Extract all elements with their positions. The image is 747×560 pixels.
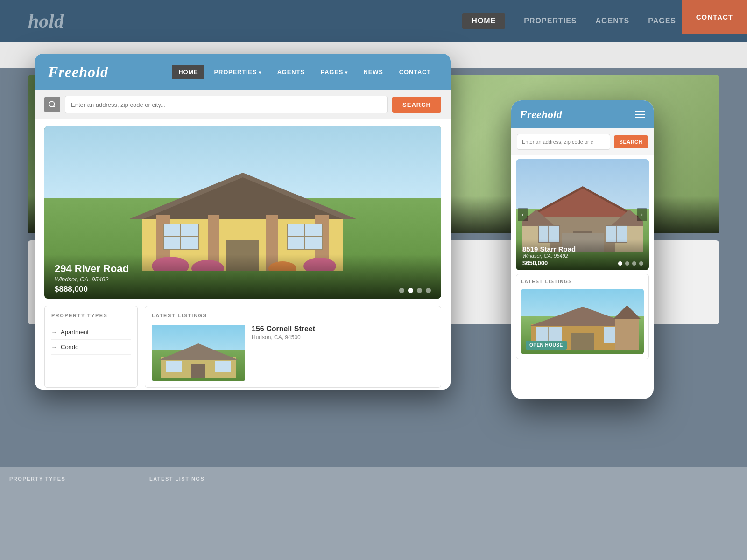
nav-pages[interactable]: PAGES <box>314 65 354 79</box>
prop-type-condo-label: Condo <box>61 343 78 350</box>
hamburger-menu[interactable] <box>635 111 645 118</box>
window-bottom: PROPERTY TYPES → Apartment → Condo LATES… <box>44 306 441 388</box>
bg-bottom-right: LATEST LISTINGS <box>140 467 747 560</box>
listing-house-svg <box>156 341 240 378</box>
svg-rect-38 <box>571 333 594 350</box>
hero-overlay: 294 River Road Windsor, CA, 95492 $888,0… <box>44 254 441 299</box>
listing-thumbnail <box>152 325 245 381</box>
listing-address: 156 Cornell Street <box>252 325 434 333</box>
bg-navbar: hold HOME PROPERTIES AGENTS PAGES NEWS C… <box>0 0 747 42</box>
prop-type-apartment[interactable]: → Apartment <box>51 325 131 340</box>
prop-type-apartment-label: Apartment <box>61 329 89 336</box>
window-header: Freehold HOME PROPERTIES AGENTS PAGES NE… <box>35 54 451 90</box>
bg-bottom-strip: PROPERTY TYPES LATEST LISTINGS <box>0 467 747 560</box>
svg-rect-22 <box>215 361 231 372</box>
svg-marker-44 <box>613 305 641 319</box>
mobile-header: Freehold <box>511 100 654 128</box>
prop-type-condo[interactable]: → Condo <box>51 340 131 355</box>
nav-properties[interactable]: PROPERTIES <box>207 65 268 79</box>
mobile-dot-2[interactable] <box>632 261 636 266</box>
bg-logo: hold <box>28 10 64 32</box>
arrow-icon-2: → <box>51 344 57 350</box>
search-input[interactable] <box>65 96 388 113</box>
mobile-search-input[interactable] <box>517 134 610 150</box>
mobile-hero-carousel: ‹ › 8519 Starr Road Windsor, CA, 95492 $… <box>516 159 649 270</box>
svg-marker-25 <box>531 189 634 217</box>
arrow-icon: → <box>51 329 57 336</box>
mobile-search-button[interactable]: SEARCH <box>614 135 648 148</box>
nav-home[interactable]: HOME <box>172 65 204 79</box>
hero-carousel: 294 River Road Windsor, CA, 95492 $888,0… <box>44 126 441 299</box>
mobile-dot-0[interactable] <box>618 261 622 266</box>
bg-bottom-left: PROPERTY TYPES <box>0 467 140 560</box>
carousel-dot-0[interactable] <box>399 288 404 293</box>
hero-city: Windsor, CA, 95492 <box>55 276 431 283</box>
search-button[interactable]: SEARCH <box>392 97 441 113</box>
mobile-hero-overlay: 8519 Starr Road Windsor, CA, 95492 $650,… <box>516 239 649 270</box>
mobile-hero-address: 8519 Starr Road <box>522 245 642 253</box>
nav-contact[interactable]: CONTACT <box>393 65 437 79</box>
bg-bottom-prop-types-label: PROPERTY TYPES <box>9 476 131 482</box>
nav-news[interactable]: NEWS <box>357 65 390 79</box>
hamburger-line-3 <box>635 117 645 118</box>
desktop-window: Freehold HOME PROPERTIES AGENTS PAGES NE… <box>35 54 451 390</box>
window-search-bar: SEARCH <box>35 90 451 119</box>
bg-contact-btn: CONTACT <box>682 0 747 34</box>
property-types-panel: PROPERTY TYPES → Apartment → Condo <box>44 306 138 388</box>
carousel-dots <box>399 288 431 293</box>
mobile-carousel-next[interactable]: › <box>637 208 647 221</box>
hamburger-line-1 <box>635 111 645 112</box>
open-house-badge: OPEN HOUSE <box>526 341 567 350</box>
bg-nav-properties: PROPERTIES <box>524 17 577 25</box>
svg-rect-43 <box>615 317 639 350</box>
carousel-dot-3[interactable] <box>426 288 431 293</box>
latest-listings-panel: LATEST LISTINGS 156 Corne <box>145 306 441 388</box>
carousel-dot-1[interactable] <box>408 288 413 293</box>
mobile-carousel-prev[interactable]: ‹ <box>518 208 528 221</box>
carousel-dot-2[interactable] <box>417 288 422 293</box>
svg-marker-19 <box>159 343 238 360</box>
bg-nav-home: HOME <box>462 13 505 29</box>
mobile-listing-thumbnail: OPEN HOUSE <box>521 289 644 354</box>
window-nav[interactable]: HOME PROPERTIES AGENTS PAGES NEWS CONTAC… <box>172 65 437 79</box>
hamburger-line-2 <box>635 114 645 115</box>
mobile-latest-title: LATEST LISTINGS <box>521 279 644 284</box>
nav-agents[interactable]: AGENTS <box>271 65 311 79</box>
bg-nav-items: HOME PROPERTIES AGENTS PAGES NEWS <box>462 13 719 29</box>
mobile-carousel-dots <box>618 261 643 266</box>
bg-nav-agents: AGENTS <box>596 17 630 25</box>
window-logo: Freehold <box>48 63 108 81</box>
latest-listings-title: LATEST LISTINGS <box>152 313 434 318</box>
svg-marker-2 <box>142 177 343 219</box>
svg-rect-20 <box>191 364 205 378</box>
property-types-title: PROPERTY TYPES <box>51 313 131 318</box>
bg-nav-pages: PAGES <box>648 17 676 25</box>
search-icon-button[interactable] <box>44 97 60 112</box>
mobile-dot-1[interactable] <box>625 261 629 266</box>
svg-rect-21 <box>166 361 182 372</box>
listing-city: Hudson, CA, 94500 <box>252 334 434 341</box>
mobile-logo: Freehold <box>520 108 562 121</box>
listing-info: 156 Cornell Street Hudson, CA, 94500 <box>252 325 434 341</box>
mobile-hero-city: Windsor, CA, 95492 <box>522 253 642 259</box>
mobile-dot-3[interactable] <box>639 261 643 266</box>
bg-bottom-latest-label: LATEST LISTINGS <box>149 476 738 482</box>
hero-address: 294 River Road <box>55 263 431 275</box>
mobile-latest-listings: LATEST LISTINGS OPEN HOUSE <box>516 274 649 359</box>
hero-price: $888,000 <box>55 285 431 294</box>
mobile-search-bar: SEARCH <box>511 128 654 155</box>
search-icon <box>49 101 56 108</box>
mobile-window: Freehold SEARCH <box>511 100 654 399</box>
listing-preview: 156 Cornell Street Hudson, CA, 94500 <box>152 325 434 381</box>
